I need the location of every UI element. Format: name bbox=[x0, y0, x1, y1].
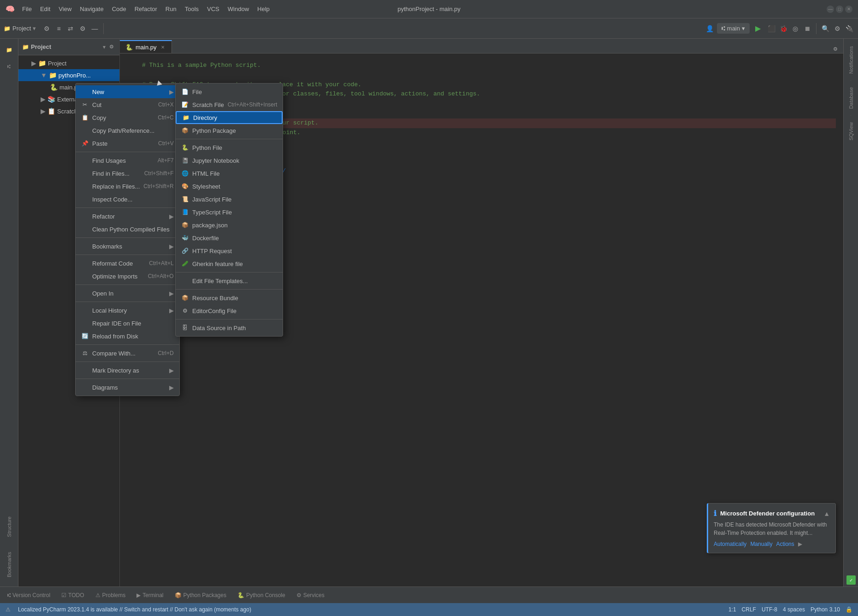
menu-code[interactable]: Code bbox=[108, 4, 130, 14]
ctx-item-find-files[interactable]: Find in Files... Ctrl+Shift+F bbox=[76, 167, 179, 180]
menu-refactor[interactable]: Refactor bbox=[131, 4, 161, 14]
toolbar-sort-icon[interactable]: ⇄ bbox=[65, 24, 76, 34]
toolbar-gear-icon[interactable]: ⚙ bbox=[77, 24, 88, 34]
submenu-item-http[interactable]: 🔗 HTTP Request bbox=[176, 244, 283, 257]
stop-icon[interactable]: ⏹ bbox=[802, 24, 812, 34]
ctx-item-optimize[interactable]: Optimize Imports Ctrl+Alt+O bbox=[76, 270, 179, 283]
bottom-tab-python-console[interactable]: 🐍 Python Console bbox=[234, 590, 289, 600]
bottom-tab-python-packages[interactable]: 📦 Python Packages bbox=[171, 590, 230, 600]
submenu-item-html[interactable]: 🌐 HTML File bbox=[176, 167, 283, 180]
editor-tab-mainpy[interactable]: 🐍 main.py ✕ bbox=[120, 40, 172, 53]
tree-item-project[interactable]: ▶ 📁 Project bbox=[18, 57, 119, 69]
ctx-item-reload[interactable]: 🔄 Reload from Disk bbox=[76, 330, 179, 343]
project-dropdown-btn[interactable]: ▾ bbox=[103, 44, 106, 50]
bottom-tab-todo[interactable]: ☑ TODO bbox=[58, 590, 88, 600]
tree-item-pythonproject[interactable]: ▼ 📁 pythonPro... bbox=[18, 69, 119, 81]
submenu-item-editorconfig[interactable]: ⚙ EditorConfig File bbox=[176, 304, 283, 317]
ctx-item-cut[interactable]: ✂ Cut Ctrl+X bbox=[76, 98, 179, 111]
submenu-item-edit-templates[interactable]: Edit File Templates... bbox=[176, 274, 283, 287]
menu-run[interactable]: Run bbox=[162, 4, 180, 14]
ctx-item-copy-path[interactable]: Copy Path/Reference... bbox=[76, 124, 179, 137]
ctx-item-bookmarks[interactable]: Bookmarks ▶ bbox=[76, 240, 179, 253]
ctx-item-open-in[interactable]: Open In ▶ bbox=[76, 287, 179, 300]
submenu-item-ts[interactable]: 📘 TypeScript File bbox=[176, 206, 283, 219]
submenu-item-directory[interactable]: 📁 Directory bbox=[176, 111, 283, 124]
submenu-item-dockerfile[interactable]: 🐳 Dockerfile bbox=[176, 231, 283, 244]
cursor-position[interactable]: 1:1 bbox=[728, 606, 736, 613]
submenu-item-python-file[interactable]: 🐍 Python File bbox=[176, 141, 283, 154]
submenu-item-python-pkg[interactable]: 📦 Python Package bbox=[176, 124, 283, 137]
vcs-status-icon[interactable]: ✓ bbox=[846, 575, 856, 585]
menu-help[interactable]: Help bbox=[254, 4, 273, 14]
bottom-tab-problems[interactable]: ⚠ Problems bbox=[92, 590, 130, 600]
database-sidebar-label[interactable]: Database bbox=[848, 83, 854, 113]
menu-window[interactable]: Window bbox=[224, 4, 253, 14]
ctx-item-clean-compiled[interactable]: Clean Python Compiled Files bbox=[76, 223, 179, 236]
user-account-icon[interactable]: 👤 bbox=[705, 24, 715, 34]
bottom-tab-version-control[interactable]: ⑆ Version Control bbox=[4, 590, 54, 600]
submenu-item-packagejson[interactable]: 📦 package.json bbox=[176, 219, 283, 231]
project-panel-settings[interactable]: ⚙ bbox=[107, 43, 116, 51]
status-message[interactable]: Localized PyCharm 2023.1.4 is available … bbox=[18, 606, 251, 613]
ctx-item-paste[interactable]: 📌 Paste Ctrl+V bbox=[76, 137, 179, 150]
run-button[interactable]: ▶ bbox=[751, 22, 764, 35]
editor-settings-icon[interactable]: ⚙ bbox=[831, 45, 840, 53]
submenu-item-datasource[interactable]: 🗄 Data Source in Path bbox=[176, 321, 283, 334]
sqview-sidebar-label[interactable]: SQView bbox=[848, 118, 854, 144]
ctx-item-find-usages[interactable]: Find Usages Alt+F7 bbox=[76, 154, 179, 167]
encoding[interactable]: UTF-8 bbox=[762, 606, 777, 613]
tab-close-button[interactable]: ✕ bbox=[160, 44, 166, 50]
ctx-item-copy[interactable]: 📋 Copy Ctrl+C bbox=[76, 111, 179, 124]
build-icon[interactable]: ⬛ bbox=[766, 24, 776, 34]
bookmarks-sidebar-label[interactable]: Bookmarks bbox=[6, 548, 12, 581]
ctx-item-new[interactable]: New ▶ bbox=[76, 85, 179, 98]
plugins-icon[interactable]: 🔌 bbox=[844, 24, 854, 34]
submenu-item-scratch[interactable]: 📝 Scratch File Ctrl+Alt+Shift+Insert bbox=[176, 98, 283, 111]
notif-action-actions[interactable]: Actions bbox=[776, 541, 794, 547]
project-sidebar-icon[interactable]: 📁 bbox=[2, 42, 17, 57]
indent[interactable]: 4 spaces bbox=[783, 606, 805, 613]
ctx-item-inspect[interactable]: Inspect Code... bbox=[76, 193, 179, 206]
python-version[interactable]: Python 3.10 bbox=[811, 606, 840, 613]
close-button[interactable]: ✕ bbox=[845, 6, 852, 13]
menu-file[interactable]: File bbox=[18, 4, 36, 14]
submenu-item-jupyter[interactable]: 📓 Jupyter Notebook bbox=[176, 154, 283, 167]
submenu-item-gherkin[interactable]: 🥒 Gherkin feature file bbox=[176, 257, 283, 270]
line-ending[interactable]: CRLF bbox=[742, 606, 756, 613]
ctx-item-diagrams[interactable]: Diagrams ▶ bbox=[76, 381, 179, 394]
ctx-item-local-history[interactable]: Local History ▶ bbox=[76, 304, 179, 317]
minimize-button[interactable]: — bbox=[827, 6, 834, 13]
submenu-item-js[interactable]: 📜 JavaScript File bbox=[176, 193, 283, 206]
search-everywhere-icon[interactable]: 🔍 bbox=[820, 24, 830, 34]
project-dropdown-icon[interactable]: ▾ bbox=[33, 25, 36, 32]
submenu-item-file[interactable]: 📄 File bbox=[176, 85, 283, 98]
notif-action-manually[interactable]: Manually bbox=[750, 541, 772, 547]
maximize-button[interactable]: □ bbox=[836, 6, 843, 13]
menu-tools[interactable]: Tools bbox=[181, 4, 202, 14]
commit-sidebar-icon[interactable]: ⑆ bbox=[2, 59, 17, 74]
git-branch-button[interactable]: ⑆ main ▾ bbox=[717, 23, 750, 34]
ctx-item-refactor[interactable]: Refactor ▶ bbox=[76, 210, 179, 223]
toolbar-list-icon[interactable]: ≡ bbox=[53, 24, 64, 34]
bottom-tab-services[interactable]: ⚙ Services bbox=[293, 590, 328, 600]
menu-edit[interactable]: Edit bbox=[36, 4, 54, 14]
coverage-icon[interactable]: ◎ bbox=[790, 24, 800, 34]
toolbar-settings-icon[interactable]: ⚙ bbox=[41, 24, 52, 34]
menu-vcs[interactable]: VCS bbox=[203, 4, 223, 14]
toolbar-minus-icon[interactable]: — bbox=[89, 24, 100, 34]
ctx-item-reformat[interactable]: Reformat Code Ctrl+Alt+L bbox=[76, 257, 179, 270]
submenu-item-resource-bundle[interactable]: 📦 Resource Bundle bbox=[176, 291, 283, 304]
ctx-item-replace-files[interactable]: Replace in Files... Ctrl+Shift+R bbox=[76, 180, 179, 193]
submenu-item-css[interactable]: 🎨 Stylesheet bbox=[176, 180, 283, 193]
settings-icon[interactable]: ⚙ bbox=[832, 24, 842, 34]
ctx-item-repair-ide[interactable]: Repair IDE on File bbox=[76, 317, 179, 330]
bottom-tab-terminal[interactable]: ▶ Terminal bbox=[133, 590, 167, 600]
menu-navigate[interactable]: Navigate bbox=[76, 4, 107, 14]
ctx-item-mark-dir[interactable]: Mark Directory as ▶ bbox=[76, 364, 179, 377]
notification-close-icon[interactable]: ▲ bbox=[823, 510, 830, 517]
menu-view[interactable]: View bbox=[55, 4, 75, 14]
debug-icon[interactable]: 🐞 bbox=[778, 24, 788, 34]
ctx-item-compare[interactable]: ⚖ Compare With... Ctrl+D bbox=[76, 347, 179, 360]
notif-action-automatically[interactable]: Automatically bbox=[714, 541, 746, 547]
notifications-sidebar-label[interactable]: Notifications bbox=[848, 42, 854, 77]
